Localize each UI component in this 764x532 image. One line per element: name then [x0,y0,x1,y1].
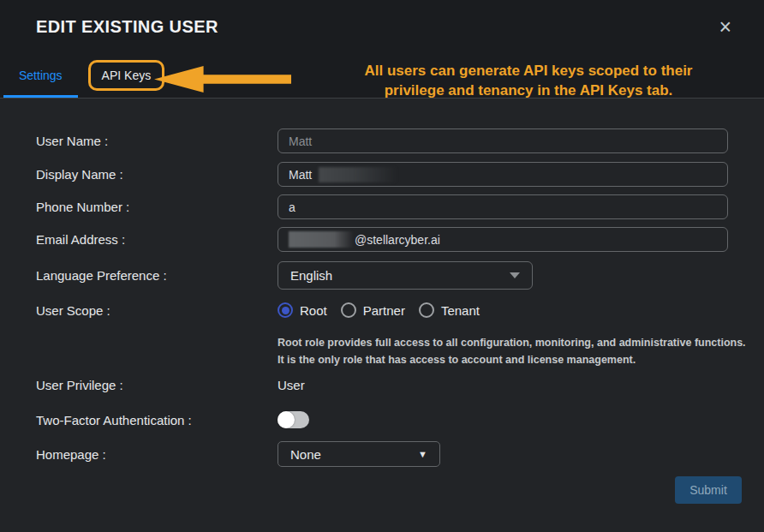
close-icon[interactable]: × [719,16,731,38]
two-factor-row: Two-Factor Authentication : [36,411,728,428]
submit-button[interactable]: Submit [675,476,742,504]
language-selected-value: English [290,268,332,283]
radio-selected-icon [278,302,293,318]
radio-partner[interactable]: Partner [341,302,405,318]
annotation-line-2: privilege and tenancy in the API Keys ta… [296,81,761,100]
radio-tenant-label: Tenant [441,303,480,318]
redacted-text [319,167,397,182]
user-privilege-row: User Privilege : User [36,378,728,392]
display-name-field[interactable]: Matt [278,162,728,187]
radio-partner-label: Partner [363,303,405,318]
homepage-row: Homepage : None ▼ [36,441,728,467]
homepage-selected-value: None [290,447,321,462]
dropdown-caret-icon: ▼ [418,449,427,459]
radio-root[interactable]: Root [278,302,327,318]
language-select[interactable]: English [278,261,533,290]
tab-api-keys[interactable]: API Keys [88,60,165,91]
display-name-value: Matt [289,168,312,182]
chevron-down-icon [510,272,520,278]
email-field[interactable]: @stellarcyber.ai [278,227,728,252]
help-line-1: Root role provides full access to all co… [278,334,759,351]
user-name-row: User Name : Matt [36,129,728,153]
tab-settings[interactable]: Settings [3,53,78,98]
toggle-knob [278,411,295,428]
page-title: EDIT EXISTING USER [36,17,218,37]
modal-header: EDIT EXISTING USER × [0,0,764,53]
phone-number-row: Phone Number : a [36,194,728,219]
user-privilege-value: User [278,378,305,392]
user-scope-row: User Scope : Root Partner Tenant [36,302,728,318]
language-row: Language Preference : English [36,261,728,290]
user-name-value: Matt [289,134,312,148]
homepage-label: Homepage : [36,447,278,462]
email-visible-value: @stellarcyber.ai [355,233,440,247]
phone-number-value: a [289,200,295,214]
two-factor-label: Two-Factor Authentication : [36,413,278,427]
email-address-label: Email Address : [36,232,278,247]
user-scope-help-text: Root role provides full access to all co… [278,334,759,368]
user-scope-radio-group: Root Partner Tenant [278,302,480,318]
radio-unselected-icon [419,302,434,318]
user-privilege-label: User Privilege : [36,378,278,392]
phone-number-field[interactable]: a [278,194,728,219]
edit-user-modal: EDIT EXISTING USER × Settings API Keys A… [0,0,764,532]
annotation-line-1: All users can generate API keys scoped t… [296,61,761,81]
display-name-row: Display Name : Matt [36,162,728,187]
language-label: Language Preference : [36,268,278,283]
email-address-row: Email Address : @stellarcyber.ai [36,227,728,252]
help-line-2: It is the only role that has access to a… [278,351,759,368]
phone-number-label: Phone Number : [36,200,278,214]
radio-unselected-icon [341,302,356,318]
display-name-label: Display Name : [36,167,278,182]
user-name-field[interactable]: Matt [278,129,728,153]
radio-tenant[interactable]: Tenant [419,302,480,318]
radio-root-label: Root [300,303,327,318]
user-scope-label: User Scope : [36,303,278,318]
homepage-select[interactable]: None ▼ [278,441,440,467]
redacted-text [289,231,354,248]
annotation-text: All users can generate API keys scoped t… [296,61,761,100]
two-factor-toggle[interactable] [278,411,309,428]
user-name-label: User Name : [36,134,278,148]
